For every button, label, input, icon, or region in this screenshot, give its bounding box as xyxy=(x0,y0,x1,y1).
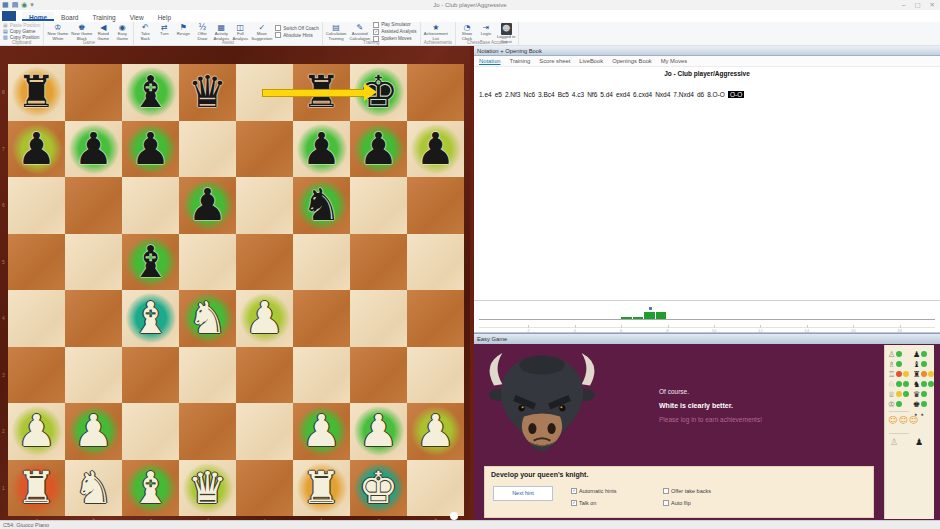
square-h6[interactable] xyxy=(407,177,464,234)
offer-take-backs-checkbox[interactable]: Offer take backs xyxy=(663,488,711,494)
move-token[interactable]: 8.O-O xyxy=(707,91,725,98)
calculation-training-button[interactable]: ▤Calculation Training xyxy=(326,23,347,41)
square-g5[interactable] xyxy=(350,234,407,291)
notation-tab-score-sheet[interactable]: Score sheet xyxy=(539,58,570,64)
move-token[interactable]: e5 xyxy=(495,91,502,98)
notation-tab-my-moves[interactable]: My Moves xyxy=(661,58,687,64)
next-hint-button[interactable]: Next hint xyxy=(493,486,553,501)
tab-home[interactable]: Home xyxy=(22,12,54,21)
square-h3[interactable] xyxy=(407,347,464,404)
square-d3[interactable] xyxy=(179,347,236,404)
close-button[interactable]: ✕ xyxy=(930,1,935,9)
tab-training[interactable]: Training xyxy=(85,12,122,21)
square-c2[interactable] xyxy=(122,403,179,460)
square-a6[interactable] xyxy=(8,177,65,234)
piece-white-bishop-c4[interactable]: ♝ xyxy=(122,290,179,347)
notation-tab-training[interactable]: Training xyxy=(510,58,531,64)
resign-button[interactable]: ⚑Resign xyxy=(175,23,191,37)
assisted-analysis-checkbox[interactable]: ✓Assisted Analysis xyxy=(373,29,417,35)
square-b3[interactable] xyxy=(65,347,122,404)
notation-area[interactable]: 1.e4e52.Nf3Nc63.Bc4Bc54.c3Nf65.d4exd46.c… xyxy=(474,79,940,300)
square-a4[interactable] xyxy=(8,290,65,347)
board-resize-handle[interactable] xyxy=(450,512,458,520)
move-token[interactable]: Nxd4 xyxy=(655,91,670,98)
piece-black-pawn-h7[interactable]: ♟ xyxy=(407,121,464,178)
move-token[interactable]: Bc5 xyxy=(558,91,569,98)
easy-game-panel-header[interactable]: Easy Game xyxy=(474,333,940,344)
square-b6[interactable] xyxy=(65,177,122,234)
tab-board[interactable]: Board xyxy=(54,12,85,21)
square-g4[interactable] xyxy=(350,290,407,347)
piece-white-pawn-h2[interactable]: ♟ xyxy=(407,403,464,460)
square-e1[interactable] xyxy=(236,460,293,517)
full-analysis-button[interactable]: ◫Full Analysis xyxy=(232,23,248,41)
piece-black-pawn-a7[interactable]: ♟ xyxy=(8,121,65,178)
move-token[interactable]: 6.cxd4 xyxy=(633,91,652,98)
square-e3[interactable] xyxy=(236,347,293,404)
switch-off-coach-checkbox[interactable]: Switch Off Coach xyxy=(275,25,318,31)
new-game-white-button[interactable]: ♔New Game White xyxy=(47,23,68,41)
rated-game-button[interactable]: ◀Rated Game xyxy=(95,23,111,41)
login-button[interactable]: ⇥Login xyxy=(478,23,494,37)
file-menu-button[interactable] xyxy=(2,11,16,21)
piece-black-pawn-c7[interactable]: ♟ xyxy=(122,121,179,178)
square-h1[interactable] xyxy=(407,460,464,517)
square-e5[interactable] xyxy=(236,234,293,291)
square-a5[interactable] xyxy=(8,234,65,291)
piece-white-bishop-c1[interactable]: ♝ xyxy=(122,460,179,517)
square-g6[interactable] xyxy=(350,177,407,234)
square-b5[interactable] xyxy=(65,234,122,291)
square-a3[interactable] xyxy=(8,347,65,404)
piece-white-pawn-e4[interactable]: ♟ xyxy=(236,290,293,347)
offer-draw-button[interactable]: ½Offer Draw xyxy=(194,23,210,41)
move-token[interactable]: exd4 xyxy=(616,91,630,98)
notation-tab-openings-book[interactable]: Openings Book xyxy=(612,58,652,64)
square-g3[interactable] xyxy=(350,347,407,404)
square-e7[interactable] xyxy=(236,121,293,178)
automatic-hints-checkbox[interactable]: ✓Automatic hints xyxy=(571,488,617,494)
move-token[interactable]: 7.Nxd4 xyxy=(673,91,694,98)
square-c3[interactable] xyxy=(122,347,179,404)
piece-white-rook-a1[interactable]: ♜ xyxy=(8,460,65,517)
notation-tab-livebook[interactable]: LiveBook xyxy=(579,58,603,64)
absolute-hints-checkbox[interactable]: Absolute Hints xyxy=(275,32,318,38)
turn-button[interactable]: ⇄Turn xyxy=(156,23,172,37)
move-token[interactable]: Nc6 xyxy=(523,91,535,98)
talk-on-checkbox[interactable]: ✓Talk on xyxy=(571,500,596,506)
square-h8[interactable] xyxy=(407,64,464,121)
piece-black-pawn-b7[interactable]: ♟ xyxy=(65,121,122,178)
square-h4[interactable] xyxy=(407,290,464,347)
auto-flip-checkbox[interactable]: Auto flip xyxy=(663,500,691,506)
current-move[interactable]: O-O xyxy=(728,91,744,98)
square-e2[interactable] xyxy=(236,403,293,460)
take-back-button[interactable]: ↶Take Back xyxy=(137,23,153,41)
square-f3[interactable] xyxy=(293,347,350,404)
minimize-button[interactable]: – xyxy=(902,1,906,9)
square-d7[interactable] xyxy=(179,121,236,178)
move-token[interactable]: 3.Bc4 xyxy=(538,91,555,98)
coach-login-prompt[interactable]: Please log in to earn achievements! xyxy=(659,416,762,423)
show-clock-button[interactable]: ◔Show Clock xyxy=(459,23,475,41)
piece-black-knight-f6[interactable]: ♞ xyxy=(293,177,350,234)
piece-white-queen-d1[interactable]: ♛ xyxy=(179,460,236,517)
square-f5[interactable] xyxy=(293,234,350,291)
piece-white-rook-f1[interactable]: ♜ xyxy=(293,460,350,517)
tab-help[interactable]: Help xyxy=(151,12,178,21)
move-token[interactable]: 2.Nf3 xyxy=(505,91,521,98)
square-h5[interactable] xyxy=(407,234,464,291)
square-d5[interactable] xyxy=(179,234,236,291)
square-b4[interactable] xyxy=(65,290,122,347)
move-token[interactable]: d6 xyxy=(697,91,704,98)
maximize-button[interactable]: ▢ xyxy=(914,1,920,9)
tab-view[interactable]: View xyxy=(123,12,151,21)
square-b8[interactable] xyxy=(65,64,122,121)
piece-black-bishop-c8[interactable]: ♝ xyxy=(122,64,179,121)
assisted-calculation-button[interactable]: ✎Assisted Calculation xyxy=(349,23,370,41)
piece-black-queen-d8[interactable]: ♛ xyxy=(179,64,236,121)
square-f4[interactable] xyxy=(293,290,350,347)
move-token[interactable]: 1.e4 xyxy=(479,91,492,98)
square-c6[interactable] xyxy=(122,177,179,234)
square-e6[interactable] xyxy=(236,177,293,234)
copy-game-button[interactable]: ▤Copy Game xyxy=(3,29,40,34)
piece-black-bishop-c5[interactable]: ♝ xyxy=(122,234,179,291)
